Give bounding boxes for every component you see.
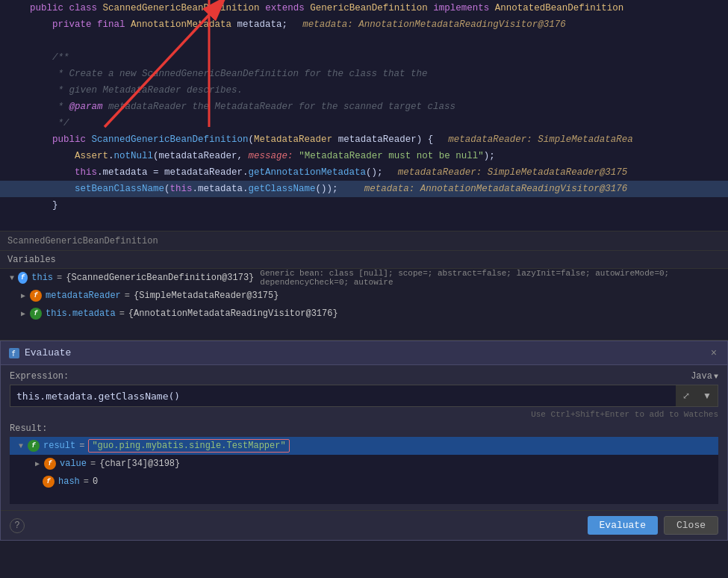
expand-result-arrow[interactable]: ▼ (16, 441, 26, 451)
evaluate-title: f Evaluate (8, 347, 71, 359)
code-line-4: /** (0, 49, 728, 66)
code-line-5: * Create a new ScannedGenericBeanDefinit… (0, 66, 728, 82)
code-line-2: private final AnnotationMetadata metadat… (0, 16, 728, 33)
variable-this[interactable]: ▼ f this = {ScannedGenericBeanDefinition… (0, 269, 728, 287)
code-line-6: * given MetadataReader describes. (0, 82, 728, 99)
code-line-7: * @param metadataReader the MetadataRead… (0, 99, 728, 115)
expand-value-arrow[interactable]: ▶ (32, 459, 43, 469)
help-button[interactable]: ? (10, 518, 25, 533)
expand-expression-button[interactable]: ⤢ (676, 385, 697, 406)
evaluate-titlebar: f Evaluate × (1, 341, 727, 365)
code-line-9: public ScannedGenericBeanDefinition(Meta… (0, 131, 728, 148)
footer-buttons: Evaluate Close (588, 516, 718, 535)
expression-label-row: Expression: Java ▼ (10, 371, 718, 382)
variable-this-metadata[interactable]: ▶ f this.metadata = {AnnotationMetadataR… (0, 305, 728, 323)
result-value: "guo.ping.mybatis.single.TestMapper" (88, 439, 289, 453)
expression-dropdown-button[interactable]: ▼ (697, 385, 718, 406)
var-icon-this-metadata: f (30, 308, 42, 320)
code-line-3 (0, 33, 728, 49)
code-line-10: Assert.notNull(metadataReader, message: … (0, 148, 728, 164)
result-row-hash: f hash = 0 (10, 473, 718, 491)
variable-metadatareader[interactable]: ▶ f metadataReader = {SimpleMetadataRead… (0, 287, 728, 305)
result-icon: f (28, 440, 40, 452)
code-editor: public class ScannedGenericBeanDefinitio… (0, 0, 728, 231)
var-icon-metadatareader: f (30, 290, 42, 302)
expression-input-row[interactable]: ⤢ ▼ (10, 385, 718, 407)
close-dialog-button[interactable]: Close (664, 516, 718, 535)
svg-text:f: f (11, 349, 16, 358)
code-line-8: */ (0, 115, 728, 131)
code-line-12: setBeanClassName(this.metadata.getClassN… (0, 181, 728, 197)
expression-label: Expression: (10, 371, 69, 382)
expand-arrow-metadatareader[interactable]: ▶ (18, 290, 28, 301)
hash-icon: f (43, 476, 55, 488)
evaluate-footer: ? Evaluate Close (1, 510, 727, 540)
language-selector[interactable]: Java ▼ (691, 371, 718, 382)
evaluate-dialog: f Evaluate × Expression: Java ▼ ⤢ ▼ Use … (0, 341, 728, 541)
expand-arrow-this[interactable]: ▼ (7, 273, 16, 283)
evaluate-body: Expression: Java ▼ ⤢ ▼ Use Ctrl+Shift+En… (1, 365, 727, 510)
variables-panel: Variables ▼ f this = {ScannedGenericBean… (0, 251, 728, 341)
evaluate-icon: f (8, 347, 20, 359)
breadcrumb: ScannedGenericBeanDefinition (0, 231, 728, 251)
var-icon-this: f (18, 272, 28, 284)
code-line-1: public class ScannedGenericBeanDefinitio… (0, 0, 728, 16)
evaluate-button[interactable]: Evaluate (588, 516, 658, 535)
value-icon: f (44, 458, 56, 470)
evaluate-hint-text: Use Ctrl+Shift+Enter to add to Watches (10, 410, 718, 419)
result-label: Result: (10, 423, 718, 434)
code-line-11: this.metadata = metadataReader.getAnnota… (0, 164, 728, 181)
expression-input[interactable] (10, 391, 676, 402)
code-line-13: } (0, 197, 728, 214)
evaluate-close-button[interactable]: × (708, 347, 720, 359)
result-row-main[interactable]: ▼ f result = "guo.ping.mybatis.single.Te… (10, 437, 718, 455)
expand-arrow-this-metadata[interactable]: ▶ (18, 308, 28, 319)
chevron-down-icon: ▼ (714, 373, 718, 381)
result-area: ▼ f result = "guo.ping.mybatis.single.Te… (10, 437, 718, 504)
result-row-value[interactable]: ▶ f value = {char[34]@3198} (10, 455, 718, 473)
variables-header: Variables (0, 251, 728, 269)
